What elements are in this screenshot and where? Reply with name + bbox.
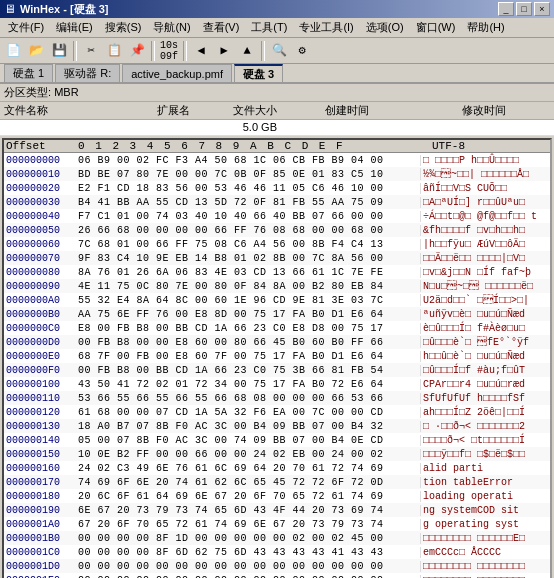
hex-ascii: □ □□□□P h□□Û□□□□ <box>420 155 550 166</box>
hex-row: 0000000B0AA 75 6E FF 76 00 E8 8D 00 75 1… <box>4 307 550 321</box>
hex-ascii: ÷Á□□t□@□ @f@□□f□□ t <box>420 211 550 222</box>
hex-bytes: AA 75 6E FF 76 00 E8 8D 00 75 17 FA B0 D… <box>76 309 420 320</box>
tab-drive-r[interactable]: 驱动器 R: <box>55 64 120 82</box>
file-created-empty <box>277 121 414 134</box>
hex-offset: 000000110 <box>4 393 76 404</box>
hex-body[interactable]: 00000000006 B9 00 02 FC F3 A4 50 68 1C 0… <box>4 153 550 578</box>
hex-bytes: 68 7F 00 FB 00 E8 60 7F 00 75 17 FA B0 D… <box>76 351 420 362</box>
hex-ascii: loading operati <box>420 491 550 502</box>
hex-ascii: è□û□□□Í□ f#Àèø□u□ <box>420 323 550 334</box>
hex-offset: 000000130 <box>4 421 76 432</box>
title-bar: 🖥 WinHex - [硬盘 3] _ □ × <box>0 0 554 18</box>
menu-nav[interactable]: 导航(N) <box>147 18 196 37</box>
hex-ascii: ªuñÿv□è□ □u□ú□Ñæd <box>420 309 550 320</box>
hex-ascii: tion tableError <box>420 477 550 488</box>
hex-bytes: 8A 76 01 26 6A 06 83 4E 03 CD 13 66 61 1… <box>76 267 420 278</box>
hex-row: 00000015010 0E B2 FF 00 00 66 00 00 24 0… <box>4 447 550 461</box>
hex-offset: 0000000D0 <box>4 337 76 348</box>
cut-button[interactable]: ✂ <box>80 40 102 62</box>
hex-ascii: g operating syst <box>420 519 550 530</box>
options-button[interactable]: ⚙ <box>291 40 313 62</box>
hex-offset: 0000001D0 <box>4 561 76 572</box>
menu-search[interactable]: 搜索(S) <box>99 18 148 37</box>
hex-bytes: 18 A0 B7 07 8B F0 AC 3C 00 B4 09 BB 07 0… <box>76 421 420 432</box>
minimize-button[interactable]: _ <box>498 2 514 16</box>
paste-button[interactable]: 📌 <box>126 40 148 62</box>
hex-bytes: 00 FB B8 00 00 E8 60 00 80 66 45 B0 60 B… <box>76 337 420 348</box>
hex-offset: 0000001B0 <box>4 533 76 544</box>
hex-bytes: B4 41 BB AA 55 CD 13 5D 72 0F 81 FB 55 A… <box>76 197 420 208</box>
menu-tools[interactable]: 工具(T) <box>245 18 293 37</box>
copy-button[interactable]: 📋 <box>103 40 125 62</box>
hex-ascii: emCCCc□ ÅCCCC <box>420 547 550 558</box>
hex-row: 0000000904E 11 75 0C 80 7E 00 80 0F 84 8… <box>4 279 550 293</box>
partition-info: 分区类型: MBR <box>0 84 554 102</box>
hex-offset: 000000030 <box>4 197 76 208</box>
hex-ascii: âñÍ□□V□S CUÕ□□ <box>420 183 550 194</box>
hex-offset-header: Offset <box>6 140 78 152</box>
tab-backup[interactable]: active_backup.pmf <box>122 64 232 82</box>
hex-offset: 000000060 <box>4 239 76 250</box>
hex-bytes: 26 66 68 00 00 00 00 66 FF 76 08 68 00 0… <box>76 225 420 236</box>
hex-row: 000000030B4 41 BB AA 55 CD 13 5D 72 0F 8… <box>4 195 550 209</box>
toolbar-sep3 <box>183 41 187 61</box>
hex-ascii: CPAr□□r4 □u□ú□ræd <box>420 379 550 390</box>
nav-fwd[interactable]: ▶ <box>213 40 235 62</box>
hex-row: 0000001906E 67 20 73 79 73 74 65 6D 43 4… <box>4 503 550 517</box>
hex-bytes: F7 C1 01 00 74 03 40 10 40 66 40 BB 07 6… <box>76 211 420 222</box>
nav-up[interactable]: ▲ <box>236 40 258 62</box>
menu-help[interactable]: 帮助(H) <box>461 18 510 37</box>
hex-ascii: □□□□□□□□ □□□□□□□□ <box>420 561 550 572</box>
hex-row: 00000012061 68 00 00 07 CD 1A 5A 32 F6 E… <box>4 405 550 419</box>
hex-ascii: h□□û□è`□ □u□ú□Ñæd <box>420 351 550 362</box>
hex-bytes: 55 32 E4 8A 64 8C 00 60 1E 96 CD 9E 81 3… <box>76 295 420 306</box>
hex-offset: 000000010 <box>4 169 76 180</box>
close-button[interactable]: × <box>534 2 550 16</box>
new-button[interactable]: 📄 <box>2 40 24 62</box>
file-column-headers: 文件名称 扩展名 文件大小 创建时间 修改时间 <box>0 102 554 120</box>
hex-row: 00000000006 B9 00 02 FC F3 A4 50 68 1C 0… <box>4 153 550 167</box>
hex-row: 00000010043 50 41 72 02 01 72 34 00 75 1… <box>4 377 550 391</box>
hex-cols-header: 0 1 2 3 4 5 6 7 8 9 A B C D E F <box>78 140 428 152</box>
hex-offset: 0000001C0 <box>4 547 76 558</box>
hex-ascii: &fh□□□□f □v□h□□h□ <box>420 225 550 236</box>
hex-offset: 000000180 <box>4 491 76 502</box>
hex-bytes: 67 20 6F 70 65 72 61 74 69 6E 67 20 73 7… <box>76 519 420 530</box>
title-bar-buttons[interactable]: _ □ × <box>498 2 550 16</box>
hex-ascii: □û□□□Í□f #àu;f□ûT <box>420 365 550 376</box>
hex-row: 0000000F000 FB B8 00 BB CD 1A 66 23 C0 7… <box>4 363 550 377</box>
zoom-button[interactable]: 🔍 <box>268 40 290 62</box>
menu-view[interactable]: 查看(V) <box>197 18 246 37</box>
toolbar-sep1 <box>73 41 77 61</box>
hex-bytes: E8 00 FB B8 00 BB CD 1A 66 23 C0 E8 D8 0… <box>76 323 420 334</box>
hex-row: 0000001A067 20 6F 70 65 72 61 74 69 6E 6… <box>4 517 550 531</box>
hex-offset: 000000040 <box>4 211 76 222</box>
hex-offset: 000000020 <box>4 183 76 194</box>
nav-back[interactable]: ◀ <box>190 40 212 62</box>
hex-utf8-header: UTF-8 <box>428 140 548 152</box>
hex-offset: 0000001E0 <box>4 575 76 579</box>
hex-ascii: □v□&j□□N □Íf faf~þ <box>420 267 550 278</box>
menu-options[interactable]: 选项(O) <box>360 18 410 37</box>
tab-disk1[interactable]: 硬盘 1 <box>4 64 53 82</box>
open-button[interactable]: 📂 <box>25 40 47 62</box>
window-title: WinHex - [硬盘 3] <box>20 2 498 17</box>
partition-type-value: MBR <box>54 86 78 98</box>
hex-row: 00000013018 A0 B7 07 8B F0 AC 3C 00 B4 0… <box>4 419 550 433</box>
menu-pro-tools[interactable]: 专业工具(I) <box>293 18 359 37</box>
col-created: 创建时间 <box>281 103 414 118</box>
hex-offset: 0000000F0 <box>4 365 76 376</box>
menu-edit[interactable]: 编辑(E) <box>50 18 99 37</box>
hex-bytes: 74 69 6F 6E 20 74 61 62 6C 65 45 72 72 6… <box>76 477 420 488</box>
menu-file[interactable]: 文件(F) <box>2 18 50 37</box>
hex-offset: 000000190 <box>4 505 76 516</box>
menu-window[interactable]: 窗口(W) <box>410 18 462 37</box>
maximize-button[interactable]: □ <box>516 2 532 16</box>
file-ext-empty <box>141 121 209 134</box>
tab-disk3[interactable]: 硬盘 3 <box>234 64 283 82</box>
hex-ascii: ½¾□~□□| □□□□□□Å□ <box>420 168 550 180</box>
hex-offset: 000000100 <box>4 379 76 390</box>
hex-bytes: 61 68 00 00 07 CD 1A 5A 32 F6 EA 00 7C 0… <box>76 407 420 418</box>
find-button[interactable]: 10s09f <box>158 40 180 62</box>
save-button[interactable]: 💾 <box>48 40 70 62</box>
